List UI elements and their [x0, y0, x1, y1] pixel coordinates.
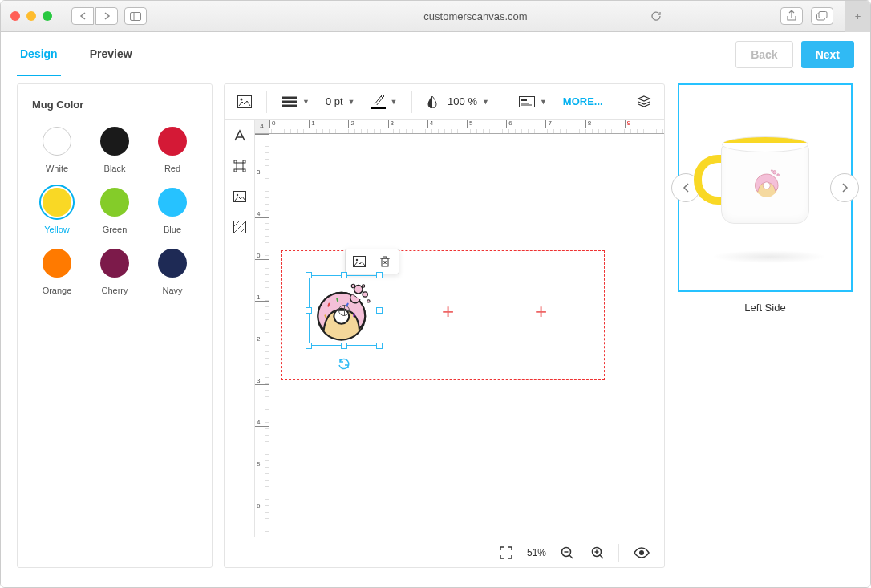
rotate-handle[interactable] — [337, 356, 351, 371]
svg-point-50 — [771, 170, 772, 172]
color-blue[interactable]: Blue — [146, 185, 199, 234]
header-buttons: Back Next — [735, 41, 854, 68]
mug-rim — [722, 136, 808, 152]
shape-tool[interactable] — [232, 158, 248, 174]
resize-handle-br[interactable] — [376, 343, 383, 349]
svg-rect-3 — [819, 12, 827, 18]
opacity-button[interactable]: 100 %▼ — [420, 91, 495, 113]
ruler-horizontal: 0123456789 — [269, 120, 664, 134]
image-insert-tool[interactable] — [232, 189, 248, 205]
canvas-area[interactable]: + + — [269, 134, 664, 537]
editor-panel: ▼ 0 pt▼ ▼ 100 %▼ ▼ MORE... — [224, 83, 665, 568]
more-button[interactable]: MORE... — [557, 91, 610, 112]
svg-point-30 — [351, 284, 355, 288]
selected-object[interactable] — [309, 275, 379, 346]
pattern-tool[interactable] — [232, 219, 248, 235]
zoom-level: 51% — [527, 547, 546, 558]
minimize-window-button[interactable] — [26, 11, 36, 21]
color-cherry[interactable]: Cherry — [88, 245, 141, 295]
color-white[interactable]: White — [30, 124, 83, 173]
ruler-origin: 4 — [255, 120, 269, 134]
color-label: Black — [104, 164, 126, 173]
svg-point-48 — [773, 171, 776, 174]
color-navy[interactable]: Navy — [146, 245, 199, 295]
reload-button[interactable] — [650, 10, 662, 22]
url-text: customerscanvas.com — [423, 10, 527, 22]
fullscreen-window-button[interactable] — [43, 11, 52, 21]
new-tab-button[interactable]: + — [845, 1, 870, 32]
color-orange[interactable]: Orange — [30, 245, 83, 295]
color-grid: WhiteBlackRedYellowGreenBlueOrangeCherry… — [24, 124, 205, 295]
text-tool[interactable] — [232, 128, 248, 144]
svg-point-19 — [236, 194, 237, 196]
svg-point-49 — [777, 174, 780, 176]
canvas-wrap[interactable]: 4 0123456789 340123456 + + — [255, 120, 664, 537]
svg-point-22 — [356, 259, 358, 261]
color-label: Orange — [43, 286, 72, 295]
sidebar-toggle-button[interactable] — [124, 7, 147, 25]
mug-color-panel: Mug Color WhiteBlackRedYellowGreenBlueOr… — [17, 83, 213, 568]
mug-shadow — [711, 250, 827, 263]
preview-panel: Left Side — [676, 83, 854, 568]
color-label: Cherry — [101, 286, 128, 295]
fit-to-screen-button[interactable] — [496, 543, 516, 562]
layers-button[interactable] — [630, 90, 658, 114]
url-bar[interactable]: customerscanvas.com — [251, 10, 700, 22]
browser-chrome: customerscanvas.com + — [1, 1, 870, 32]
resize-handle-bl[interactable] — [306, 343, 312, 349]
app-body: Mug Color WhiteBlackRedYellowGreenBlueOr… — [1, 77, 870, 587]
replace-image-button[interactable] — [352, 254, 367, 269]
separator — [411, 91, 412, 113]
svg-point-5 — [241, 98, 243, 100]
back-nav-button[interactable] — [71, 7, 94, 25]
browser-right-controls: + — [780, 1, 861, 32]
image-tool-button[interactable] — [231, 91, 258, 113]
editor-row: 4 0123456789 340123456 + + — [225, 120, 664, 537]
preview-eye-button[interactable] — [630, 544, 653, 562]
resize-handle-tr[interactable] — [376, 272, 383, 278]
resize-handle-tm[interactable] — [341, 272, 347, 278]
context-toolbar — [345, 249, 399, 274]
stroke-width-button[interactable]: 0 pt▼ — [319, 91, 362, 112]
app-header: Design Preview Back Next — [1, 32, 870, 77]
separator — [504, 91, 504, 113]
color-red[interactable]: Red — [146, 124, 199, 173]
svg-rect-4 — [238, 95, 252, 107]
color-label: Yellow — [44, 225, 69, 234]
align-button[interactable]: ▼ — [512, 91, 553, 112]
tab-preview[interactable]: Preview — [87, 33, 136, 76]
svg-rect-9 — [519, 96, 534, 107]
svg-point-32 — [367, 300, 370, 302]
mug-body — [721, 144, 809, 224]
back-button[interactable]: Back — [735, 41, 792, 68]
color-green[interactable]: Green — [88, 185, 141, 234]
zoom-in-button[interactable] — [588, 543, 607, 562]
resize-handle-bm[interactable] — [341, 343, 347, 349]
tabs-button[interactable] — [811, 7, 833, 25]
object-center-mark — [338, 305, 350, 316]
color-label: Green — [103, 225, 128, 234]
close-window-button[interactable] — [10, 11, 20, 21]
color-label: Blue — [164, 225, 181, 234]
preview-label: Left Side — [744, 292, 785, 323]
color-yellow[interactable]: Yellow — [30, 185, 83, 234]
zoom-out-button[interactable] — [557, 543, 577, 562]
opacity-value: 100 % — [448, 95, 477, 107]
share-button[interactable] — [780, 7, 803, 25]
lines-style-button[interactable]: ▼ — [275, 91, 316, 112]
preview-next-button[interactable] — [830, 173, 859, 202]
resize-handle-mr[interactable] — [376, 307, 383, 314]
delete-button[interactable] — [378, 254, 392, 269]
fill-color-button[interactable]: ▼ — [365, 89, 404, 114]
resize-handle-ml[interactable] — [306, 307, 312, 314]
color-black[interactable]: Black — [88, 124, 141, 173]
app: Design Preview Back Next Mug Color White… — [1, 32, 870, 587]
stroke-width-value: 0 pt — [326, 95, 343, 107]
next-button[interactable]: Next — [801, 41, 854, 68]
resize-handle-tl[interactable] — [306, 272, 312, 278]
tab-design[interactable]: Design — [17, 33, 61, 76]
mug-handle — [694, 155, 724, 205]
editor-toolbar: ▼ 0 pt▼ ▼ 100 %▼ ▼ MORE... — [225, 84, 664, 120]
status-bar: 51% — [225, 537, 664, 567]
forward-nav-button[interactable] — [95, 7, 118, 25]
